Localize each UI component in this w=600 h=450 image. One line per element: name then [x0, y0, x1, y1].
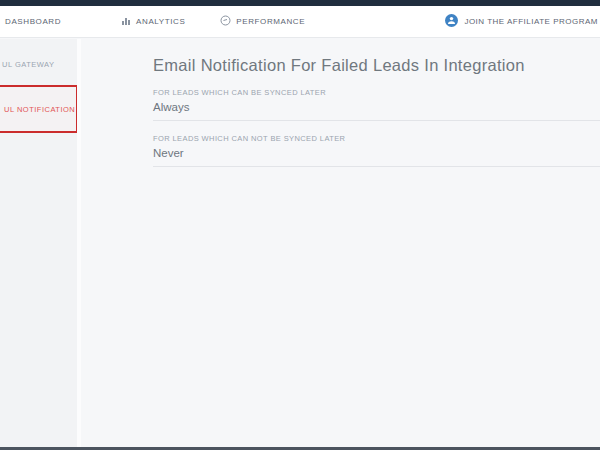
field-synced-later-label: FOR LEADS WHICH CAN BE SYNCED LATER — [153, 88, 600, 98]
sidebar-gateway-label: UL GATEWAY — [2, 60, 55, 69]
field-not-synced-later-label: FOR LEADS WHICH CAN NOT BE SYNCED LATER — [153, 134, 600, 144]
affiliate-badge-icon — [445, 14, 458, 29]
field-synced-later-select[interactable]: Always — [153, 100, 600, 121]
main-panel: Email Notification For Failed Leads In I… — [153, 39, 600, 447]
page-title: Email Notification For Failed Leads In I… — [153, 56, 525, 75]
nav-analytics-label: ANALYTICS — [136, 17, 185, 26]
nav-item-analytics[interactable]: ANALYTICS — [121, 16, 185, 28]
field-not-synced-later-select[interactable]: Never — [153, 146, 600, 167]
nav-dashboard-label: DASHBOARD — [5, 17, 61, 26]
gauge-icon — [220, 15, 231, 28]
nav-item-performance[interactable]: PERFORMANCE — [220, 15, 305, 28]
join-affiliate-label: JOIN THE AFFILIATE PROGRAM — [464, 17, 598, 26]
sidebar-item-gateway[interactable]: UL GATEWAY — [0, 57, 77, 71]
join-affiliate-program-link[interactable]: JOIN THE AFFILIATE PROGRAM — [445, 14, 598, 29]
bar-chart-icon — [121, 16, 131, 28]
window-top-border — [0, 0, 600, 6]
sidebar-notification-label: UL NOTIFICATION — [4, 105, 75, 114]
sidebar-item-notification-active[interactable]: UL NOTIFICATION › — [0, 85, 78, 133]
content-area: UL GATEWAY UL NOTIFICATION › Email Notif… — [0, 39, 600, 447]
settings-sidebar: UL GATEWAY UL NOTIFICATION › — [0, 39, 77, 447]
sidebar-divider — [77, 39, 81, 447]
field-not-synced-later: FOR LEADS WHICH CAN NOT BE SYNCED LATER … — [153, 134, 600, 167]
top-navbar: DASHBOARD ANALYTICS PERFORMANCE — [0, 6, 600, 38]
nav-performance-label: PERFORMANCE — [236, 17, 305, 26]
field-synced-later: FOR LEADS WHICH CAN BE SYNCED LATER Alwa… — [153, 88, 600, 121]
nav-item-dashboard[interactable]: DASHBOARD — [5, 17, 61, 26]
